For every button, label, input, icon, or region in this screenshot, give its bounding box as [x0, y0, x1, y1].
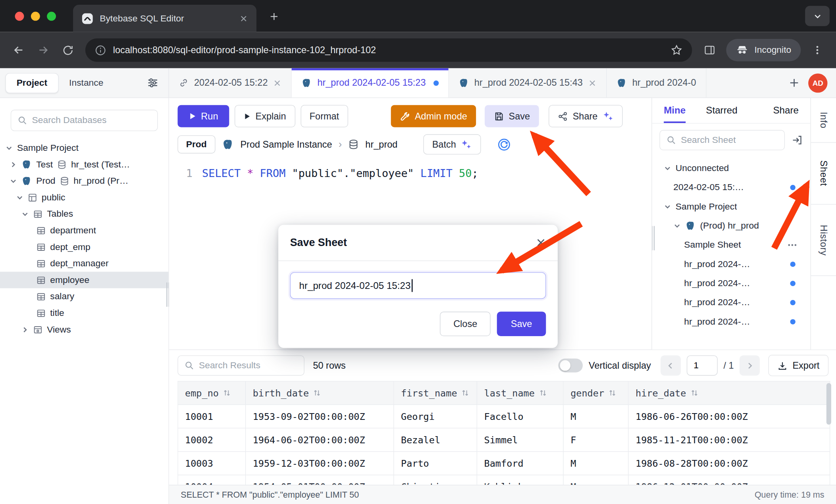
- forward-icon[interactable]: [32, 39, 54, 61]
- editor-tab[interactable]: 2024-02-05 15:22: [169, 68, 292, 98]
- editor-tab[interactable]: hr_prod 2024-0: [607, 68, 706, 98]
- close-tab-icon[interactable]: [588, 79, 596, 87]
- run-button[interactable]: Run: [177, 105, 229, 127]
- project-tab-button[interactable]: Project: [5, 73, 58, 93]
- column-header[interactable]: birth_date: [246, 381, 394, 405]
- export-button[interactable]: Export: [769, 355, 828, 376]
- user-avatar[interactable]: AD: [808, 73, 827, 92]
- tree-item[interactable]: Testhr_test (Test…: [0, 156, 168, 173]
- minimize-window-button[interactable]: [31, 12, 40, 21]
- table-row[interactable]: 100021964-06-02T00:00:00ZBezalelSimmelF1…: [178, 428, 830, 452]
- filter-sliders-icon[interactable]: [146, 77, 159, 89]
- dialog-close-button[interactable]: Close: [440, 312, 491, 336]
- table-row[interactable]: 100041954-05-01T00:00:00ZChirstianKoblic…: [178, 475, 830, 485]
- more-actions-icon[interactable]: [787, 240, 797, 250]
- close-window-button[interactable]: [15, 12, 24, 21]
- tab-mine[interactable]: Mine: [664, 98, 686, 123]
- sort-icon[interactable]: [690, 389, 698, 397]
- vertical-display-toggle[interactable]: [559, 358, 583, 372]
- column-header[interactable]: first_name: [394, 381, 477, 405]
- reload-icon[interactable]: [56, 39, 79, 61]
- new-sheet-icon[interactable]: [780, 68, 808, 98]
- tree-item[interactable]: dept_emp: [0, 239, 168, 255]
- tab-history[interactable]: History: [811, 205, 836, 276]
- browser-menu-icon[interactable]: [806, 39, 828, 61]
- tree-item[interactable]: employee: [0, 272, 168, 289]
- side-panel-icon[interactable]: [698, 39, 720, 61]
- sort-icon[interactable]: [313, 389, 321, 397]
- tree-item[interactable]: salary: [0, 288, 168, 305]
- results-scrollbar[interactable]: [826, 383, 831, 425]
- chevron-down-icon[interactable]: [10, 177, 17, 185]
- environment-chip[interactable]: Prod: [177, 135, 215, 154]
- sheet-item[interactable]: (Prod) hr_prod: [652, 216, 811, 235]
- chevron-down-icon[interactable]: [664, 165, 671, 172]
- results-search-input[interactable]: [199, 360, 297, 371]
- zoom-window-button[interactable]: [47, 12, 56, 21]
- close-tab-icon[interactable]: [273, 79, 281, 87]
- column-header[interactable]: last_name: [477, 381, 563, 405]
- tab-sheet[interactable]: Sheet: [811, 143, 836, 205]
- sheet-item[interactable]: hr_prod 2024-…: [652, 274, 811, 293]
- table-row[interactable]: 100011953-09-02T00:00:00ZGeorgiFacelloM1…: [178, 405, 830, 428]
- tab-search-chevron-icon[interactable]: [805, 6, 830, 26]
- site-info-icon[interactable]: [95, 44, 106, 56]
- tree-item[interactable]: Tables: [0, 206, 168, 222]
- tab-info[interactable]: Info: [811, 98, 836, 143]
- new-tab-icon[interactable]: [266, 8, 283, 25]
- tree-item[interactable]: Sample Project: [0, 140, 168, 156]
- back-icon[interactable]: [8, 39, 30, 61]
- sheet-item[interactable]: hr_prod 2024-…: [652, 255, 811, 274]
- database-search[interactable]: [11, 110, 158, 131]
- chevron-down-icon[interactable]: [664, 203, 671, 210]
- sheet-search-input[interactable]: [681, 135, 778, 146]
- tree-item[interactable]: title: [0, 305, 168, 321]
- sort-icon[interactable]: [461, 389, 469, 397]
- database-search-input[interactable]: [32, 115, 151, 126]
- sort-icon[interactable]: [223, 389, 231, 397]
- sheet-item[interactable]: Unconnected: [652, 159, 811, 178]
- chevron-down-icon[interactable]: [21, 210, 29, 218]
- results-search[interactable]: [177, 355, 304, 375]
- chevron-down-icon[interactable]: [673, 222, 681, 230]
- database-name[interactable]: hr_prod: [365, 139, 397, 150]
- close-dialog-icon[interactable]: [536, 238, 546, 248]
- tree-item[interactable]: Prodhr_prod (Pr…: [0, 173, 168, 189]
- batch-button[interactable]: Batch: [423, 134, 481, 154]
- tree-item[interactable]: public: [0, 189, 168, 206]
- explain-button[interactable]: Explain: [235, 105, 295, 127]
- tree-item[interactable]: department: [0, 222, 168, 239]
- tab-starred[interactable]: Starred: [706, 98, 737, 123]
- sync-schema-icon[interactable]: [497, 137, 511, 152]
- sql-code-area[interactable]: 1 SELECT * FROM "public"."employee" LIMI…: [177, 165, 651, 181]
- editor-tab[interactable]: hr_prod 2024-02-05 15:43: [449, 68, 607, 98]
- save-button[interactable]: Save: [485, 105, 539, 127]
- instance-tab-button[interactable]: Instance: [63, 73, 110, 92]
- url-bar[interactable]: localhost:8080/sql-editor/prod-sample-in…: [85, 38, 692, 62]
- format-button[interactable]: Format: [300, 105, 348, 127]
- prev-page-icon[interactable]: [661, 355, 681, 375]
- column-header[interactable]: gender: [563, 381, 628, 405]
- browser-tab[interactable]: Bytebase SQL Editor: [73, 5, 256, 32]
- url-text[interactable]: localhost:8080/sql-editor/prod-sample-in…: [113, 44, 376, 56]
- close-tab-icon[interactable]: [239, 14, 248, 23]
- next-page-icon[interactable]: [740, 355, 760, 375]
- panel-resize-handle[interactable]: [651, 226, 655, 250]
- tree-item[interactable]: dept_manager: [0, 255, 168, 272]
- editor-tab[interactable]: hr_prod 2024-02-05 15:23: [292, 68, 449, 98]
- table-row[interactable]: 100031959-12-03T00:00:00ZPartoBamfordM19…: [178, 452, 830, 475]
- sheet-item[interactable]: Sample Sheet: [652, 235, 811, 254]
- sheet-item[interactable]: Sample Project: [652, 197, 811, 216]
- sort-icon[interactable]: [539, 389, 547, 397]
- column-header[interactable]: hire_date: [628, 381, 830, 405]
- sheet-item[interactable]: hr_prod 2024-…: [652, 312, 811, 331]
- chevron-down-icon[interactable]: [5, 144, 13, 152]
- sheet-name-input[interactable]: hr_prod 2024-02-05 15:23: [290, 272, 546, 299]
- instance-name[interactable]: Prod Sample Instance: [240, 139, 332, 150]
- admin-mode-button[interactable]: Admin mode: [391, 105, 476, 127]
- bookmark-star-icon[interactable]: [671, 44, 683, 56]
- tree-item[interactable]: Views: [0, 321, 168, 338]
- sheet-item[interactable]: hr_prod 2024-…: [652, 293, 811, 312]
- chevron-right-icon[interactable]: [10, 161, 17, 168]
- share-button[interactable]: Share: [549, 105, 622, 127]
